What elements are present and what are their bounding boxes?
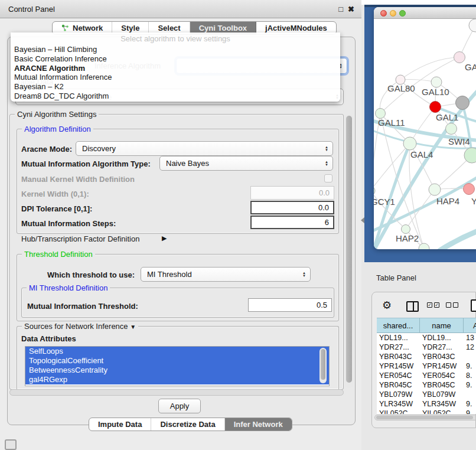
which-threshold-combobox[interactable]: MI Threshold ▲▼ xyxy=(141,267,311,282)
table-cell[interactable]: YER054C xyxy=(379,371,420,380)
table-cell[interactable]: 13 xyxy=(466,334,476,342)
table-cell[interactable]: YDR27... xyxy=(379,343,420,351)
float-window-icon[interactable]: □ xyxy=(338,5,343,14)
table-cell[interactable]: 12 xyxy=(466,343,476,351)
node-hap4[interactable] xyxy=(429,184,441,195)
network-canvas[interactable]: GAL GAL80 GAL10 GAL1 GAL11 SWI4 GAL4 GCY… xyxy=(374,19,476,249)
node-swi4[interactable] xyxy=(446,123,457,135)
table-cell[interactable]: YBR045C xyxy=(379,381,420,389)
attribute-list-scrollbar[interactable] xyxy=(319,348,327,383)
minimize-traffic-light[interactable] xyxy=(390,10,396,17)
network-icon xyxy=(61,24,69,32)
select-all-checkboxes-icon[interactable]: ✓ ✓ xyxy=(427,302,439,308)
settings-hscrollbar[interactable] xyxy=(9,389,344,396)
column-header-partial[interactable]: A xyxy=(464,318,476,333)
group-title: Cyni Algorithm Settings xyxy=(15,110,99,119)
panel-resize-handle[interactable] xyxy=(361,217,364,223)
right-top-strip xyxy=(361,0,476,5)
control-panel-title: Control Panel xyxy=(0,5,55,14)
table-cell[interactable]: YBL079W xyxy=(422,390,464,399)
node-label: GAL80 xyxy=(387,83,415,93)
algorithm-dropdown-popup: Select algorithm to view settings Bayesi… xyxy=(11,32,340,102)
algorithm-option[interactable]: Basic Correlation Inference xyxy=(11,54,340,64)
list-item[interactable]: gal4RGexp xyxy=(25,375,329,384)
table-cell[interactable]: 9. xyxy=(466,362,476,370)
column-header-name[interactable]: name xyxy=(420,318,464,333)
gear-icon[interactable]: ⚙ xyxy=(382,299,392,312)
node-gal1[interactable] xyxy=(430,102,441,113)
bottom-tabbar: Impute Data Discretize Data Infer Networ… xyxy=(89,418,292,431)
table-cell[interactable]: YPR145W xyxy=(379,362,420,370)
mi-threshold-field[interactable]: 0.5 xyxy=(248,298,332,312)
manual-kernel-width-checkbox[interactable] xyxy=(324,174,332,182)
settings-scrollbar[interactable] xyxy=(345,115,353,388)
table-hscrollbar[interactable] xyxy=(374,415,476,420)
node-bottom-partial[interactable] xyxy=(419,243,429,249)
mi-algorithm-type-combobox[interactable]: Naive Bayes ▲▼ xyxy=(159,156,333,171)
close-traffic-light[interactable] xyxy=(380,10,387,17)
data-attributes-list[interactable]: SelfLoops TopologicalCoefficient Between… xyxy=(25,346,330,386)
tab-infer-network[interactable]: Infer Network xyxy=(225,418,292,431)
node-gal4[interactable] xyxy=(403,137,416,150)
list-item[interactable]: TopologicalCoefficient xyxy=(25,356,329,366)
table-cell[interactable]: 8. xyxy=(466,371,476,380)
column-view-icon[interactable] xyxy=(406,301,419,312)
mi-steps-field[interactable]: 6 xyxy=(250,216,334,229)
algorithm-option[interactable]: Bayesian – Hill Climbing xyxy=(11,45,340,54)
network-window-titlebar[interactable] xyxy=(374,7,476,19)
table-body[interactable]: YDL19... YDL19... 13 YDR27... YDR27... 1… xyxy=(377,333,476,414)
kernel-width-field[interactable]: 0.0 xyxy=(250,186,334,200)
table-cell[interactable]: YLR345W xyxy=(379,400,420,408)
zoom-traffic-light[interactable] xyxy=(399,10,406,17)
table-cell[interactable]: 9. xyxy=(466,381,476,389)
control-panel-titlebar: Control Panel □ ✖ xyxy=(0,0,361,18)
node-unlabeled[interactable] xyxy=(469,19,476,32)
deselect-all-checkboxes-icon[interactable] xyxy=(446,302,458,308)
table-cell[interactable]: YER054C xyxy=(422,371,464,380)
network-view-window[interactable]: GAL GAL80 GAL10 GAL1 GAL11 SWI4 GAL4 GCY… xyxy=(374,7,476,249)
tab-discretize-data[interactable]: Discretize Data xyxy=(151,418,224,431)
algorithm-option-aracne[interactable]: ARACNE Algorithm xyxy=(11,64,340,73)
table-cell[interactable]: YIL052C xyxy=(422,409,464,414)
node-salmon[interactable] xyxy=(464,184,475,195)
table-cell[interactable]: YBR043C xyxy=(379,353,420,361)
collapsed-panel-icon[interactable] xyxy=(5,439,17,450)
node-gcy1[interactable] xyxy=(374,186,375,195)
node-gal10[interactable] xyxy=(431,77,442,87)
tab-impute-data[interactable]: Impute Data xyxy=(89,418,151,431)
algorithm-option[interactable]: Bayesian – K2 xyxy=(11,82,340,92)
column-header-shared-name[interactable]: shared... xyxy=(377,318,420,333)
node-gal-partial[interactable] xyxy=(454,52,465,63)
group-title: Sources for Network Inference ▼ xyxy=(22,322,138,331)
hub-definition-label: Hub/Transcription Factor Definition xyxy=(21,234,139,243)
aracne-mode-combobox[interactable]: Discovery ▲▼ xyxy=(76,141,333,156)
table-cell[interactable]: YLR345W xyxy=(422,400,464,408)
dpi-tolerance-field[interactable]: 0.0 xyxy=(250,201,334,214)
list-item[interactable]: SelfLoops xyxy=(25,347,329,356)
node-hap2[interactable] xyxy=(402,225,410,234)
table-cell[interactable]: YBR045C xyxy=(422,381,464,389)
table-cell[interactable]: YDL19... xyxy=(422,334,464,342)
list-item[interactable]: BetweennessCentrality xyxy=(25,366,329,375)
node-label: Y xyxy=(471,196,476,206)
table-cell[interactable]: YBR043C xyxy=(422,353,464,361)
table-cell[interactable]: YBL079W xyxy=(379,390,420,399)
new-table-icon[interactable] xyxy=(471,299,476,312)
collapse-down-icon[interactable]: ▼ xyxy=(130,324,136,330)
node-gray[interactable] xyxy=(456,96,470,110)
table-cell[interactable]: 9. xyxy=(466,409,476,414)
dpi-tolerance-label: DPI Tolerance [0,1]: xyxy=(21,204,92,213)
table-cell[interactable]: 9. xyxy=(466,400,476,408)
algorithm-option[interactable]: Mutual Information Inference xyxy=(11,73,340,82)
algorithm-option[interactable]: Dream8 DC_TDC Algorithm xyxy=(11,92,340,101)
table-cell[interactable]: YIL052C xyxy=(379,409,420,414)
node-label: GCY1 xyxy=(374,197,395,207)
table-cell[interactable]: YPR145W xyxy=(422,362,464,370)
data-attributes-label: Data Attributes xyxy=(21,334,76,343)
node-gal11[interactable] xyxy=(376,109,386,119)
table-cell[interactable]: YDR27... xyxy=(422,343,464,351)
close-icon[interactable]: ✖ xyxy=(348,5,354,14)
expand-right-icon[interactable]: ▶ xyxy=(162,234,167,242)
apply-button[interactable]: Apply xyxy=(158,399,201,413)
table-cell[interactable]: YDL19... xyxy=(379,334,420,342)
